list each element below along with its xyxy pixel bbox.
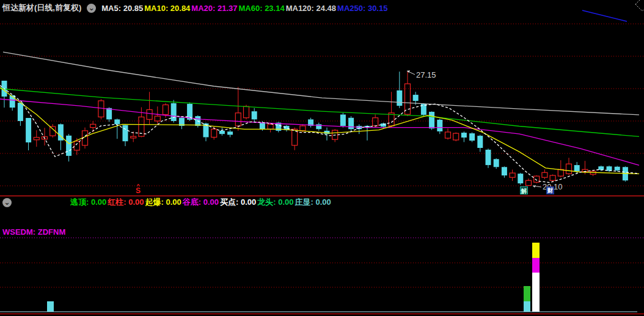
candle-body-up (244, 106, 249, 118)
candle-body-down (494, 159, 499, 167)
wealth-badge[interactable]: 财 (546, 186, 554, 194)
candle-body-down (348, 118, 354, 130)
candle-body-up (211, 129, 217, 137)
ma-line-ma250 (582, 10, 627, 21)
candle-body-up (74, 141, 79, 150)
indicator-field-1: 红柱: 0.00 (108, 197, 144, 207)
candle-body-down (324, 131, 330, 134)
candle-body-down (413, 95, 419, 101)
candle-body-up (453, 133, 459, 140)
subchart-bar-segment (47, 301, 54, 312)
ma-item-2: MA20: 21.37 (191, 4, 237, 13)
candle-body-down (518, 174, 523, 183)
indicator-field-6: 庄显: 0.00 (295, 197, 331, 207)
subchart-bar-segment (524, 301, 530, 312)
subchart-bar-segment (532, 273, 540, 312)
candle-body-down (340, 114, 346, 126)
candle-body-down (260, 123, 265, 130)
candle-body-up (405, 84, 411, 114)
chart-header: 恒达新材(日线,前复权) ⌄ MA5: 20.85MA10: 20.84MA20… (2, 2, 389, 13)
candle-body-down (114, 119, 120, 124)
candle-body-down (615, 167, 620, 171)
candle-body-down (486, 150, 491, 165)
ma-line-ma10 (0, 87, 639, 174)
candle-body-down (598, 166, 604, 170)
subchart-bar-segment (532, 258, 540, 273)
indicator-field-3: 谷底: 0.00 (183, 197, 219, 207)
sell-marker-letter: S (136, 186, 141, 195)
indicator-name: 安心寻底底副 (17, 197, 65, 208)
indicator-field-4: 买点: 0.00 (220, 197, 256, 207)
ma-values: MA5: 20.85MA10: 20.84MA20: 21.37MA60: 23… (101, 4, 389, 13)
subchart-bar-segment (532, 243, 540, 258)
candle-body-down (66, 136, 71, 156)
ma-item-4: MA120: 24.48 (286, 4, 336, 13)
candle-body-down (18, 103, 23, 121)
candle-body-up (131, 136, 136, 138)
candle-body-up (34, 138, 39, 140)
candle-body-down (437, 120, 442, 131)
indicator-field-2: 起爆: 0.00 (145, 197, 181, 207)
candle-body-up (163, 105, 169, 115)
candle-body-up (542, 172, 547, 177)
candle-body-up (147, 109, 152, 119)
candle-body-down (26, 118, 31, 142)
indicator-field-5: 龙头: 0.00 (257, 197, 293, 207)
sell-signal-marker: ^S (136, 183, 141, 194)
candle-body-up (558, 169, 563, 176)
candle-body-down (219, 131, 225, 134)
indicator-header: ⌄ 安心寻底底副 逃顶: 0.00红柱: 0.00起爆: 0.00谷底: 0.0… (2, 197, 332, 208)
stock-title: 恒达新材(日线,前复权) (2, 2, 81, 13)
candle-body-down (477, 136, 483, 148)
ma-item-3: MA60: 23.14 (239, 4, 285, 13)
ma-item-5: MA250: 30.15 (337, 4, 387, 13)
candle-body-up (155, 116, 160, 121)
candle-body-up (534, 176, 540, 182)
ma-line-ma5 (0, 86, 639, 183)
candle-body-up (550, 175, 555, 180)
candle-body-up (90, 124, 96, 127)
candle-body-down (502, 167, 507, 175)
indicator-values: 逃顶: 0.00红柱: 0.00起爆: 0.00谷底: 0.00买点: 0.00… (70, 197, 332, 208)
subchart-label: WSEDM: ZDFNM (2, 227, 65, 237)
candle-body-down (227, 131, 233, 134)
candle-body-down (123, 125, 128, 142)
ma-item-1: MA10: 20.84 (144, 4, 190, 13)
chevron-down-icon-indicator[interactable]: ⌄ (2, 198, 12, 207)
candle-body-down (171, 103, 177, 121)
candle-body-up (510, 173, 515, 177)
candle-body-up (566, 164, 572, 174)
candle-body-up (445, 132, 451, 138)
candle-body-down (106, 108, 112, 120)
price-high-annotation: 27.15 (416, 70, 436, 79)
candle-body-up (373, 118, 378, 126)
chevron-down-icon[interactable]: ⌄ (87, 4, 96, 13)
candle-body-down (574, 165, 580, 171)
candle-body-up (235, 113, 241, 126)
candle-body-up (98, 101, 104, 117)
candle-body-down (469, 133, 475, 141)
candle-body-down (10, 95, 15, 108)
candle-body-down (252, 111, 257, 119)
stock-chart-app: { "header": { "title": "恒达新材(日线,前复权)", "… (0, 0, 644, 316)
candle-body-up (300, 126, 306, 131)
candle-body-up (268, 124, 273, 129)
candle-body-down (461, 133, 467, 138)
candle-body-down (397, 90, 402, 106)
subchart-bar-segment (524, 286, 530, 301)
indicator-field-0: 逃顶: 0.00 (70, 197, 106, 207)
ma-item-0: MA5: 20.85 (101, 4, 143, 13)
unlock-badge[interactable]: 解 (520, 186, 528, 194)
corner-diamond-icon (635, 0, 644, 11)
candlestick-chart[interactable]: 27.1520.10 (0, 0, 644, 316)
candle-body-down (429, 112, 434, 128)
candle-body-up (526, 180, 532, 185)
ma-line-ma60 (0, 89, 639, 136)
